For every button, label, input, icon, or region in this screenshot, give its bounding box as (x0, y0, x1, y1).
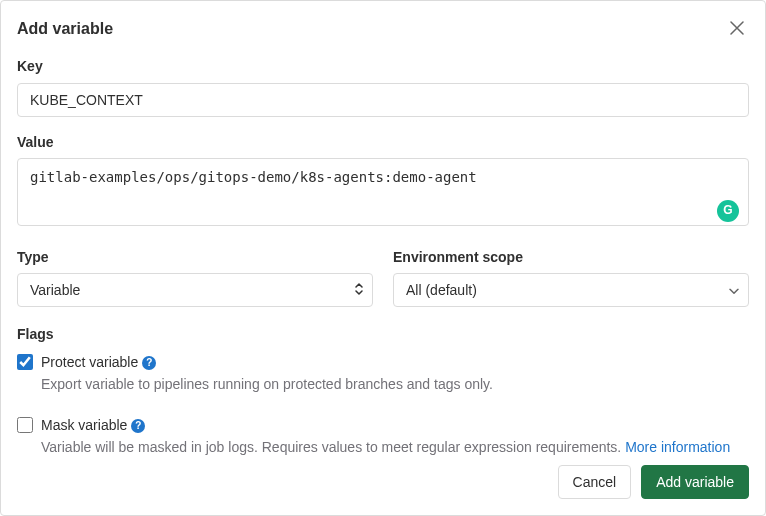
env-scope-label: Environment scope (393, 248, 749, 268)
value-field-group: Value G (17, 133, 749, 232)
env-scope-field-group: Environment scope All (default) (393, 248, 749, 308)
key-field-group: Key (17, 57, 749, 117)
type-label: Type (17, 248, 373, 268)
help-icon[interactable]: ? (131, 419, 145, 433)
protect-variable-label: Protect variable (41, 353, 138, 373)
close-icon (730, 19, 744, 40)
value-label: Value (17, 133, 749, 153)
env-scope-selected-value: All (default) (406, 282, 477, 298)
mask-variable-checkbox[interactable] (17, 417, 33, 433)
close-button[interactable] (725, 17, 749, 41)
protect-variable-checkbox[interactable] (17, 354, 33, 370)
key-label: Key (17, 57, 749, 77)
key-input[interactable] (17, 83, 749, 117)
add-variable-modal: Add variable Key Value G Type Variable (0, 0, 766, 516)
type-select[interactable]: Variable (17, 273, 373, 307)
more-information-link[interactable]: More information (625, 439, 730, 455)
modal-title: Add variable (17, 18, 113, 40)
env-scope-select[interactable]: All (default) (393, 273, 749, 307)
modal-header: Add variable (17, 17, 749, 41)
flags-section: Flags Protect variable ? Export variable… (17, 325, 749, 457)
grammarly-icon: G (717, 200, 739, 222)
mask-variable-desc: Variable will be masked in job logs. Req… (41, 438, 749, 458)
type-selected-value: Variable (30, 282, 80, 298)
modal-footer: Cancel Add variable (558, 465, 749, 499)
protect-variable-row: Protect variable ? Export variable to pi… (17, 353, 749, 394)
protect-variable-desc: Export variable to pipelines running on … (41, 375, 749, 395)
type-env-row: Type Variable Environment scope All (def… (17, 248, 749, 308)
cancel-button[interactable]: Cancel (558, 465, 632, 499)
add-variable-button[interactable]: Add variable (641, 465, 749, 499)
mask-variable-label: Mask variable (41, 416, 127, 436)
mask-variable-row: Mask variable ? Variable will be masked … (17, 416, 749, 457)
type-field-group: Type Variable (17, 248, 373, 308)
flags-label: Flags (17, 325, 749, 345)
value-textarea[interactable] (17, 158, 749, 226)
help-icon[interactable]: ? (142, 356, 156, 370)
